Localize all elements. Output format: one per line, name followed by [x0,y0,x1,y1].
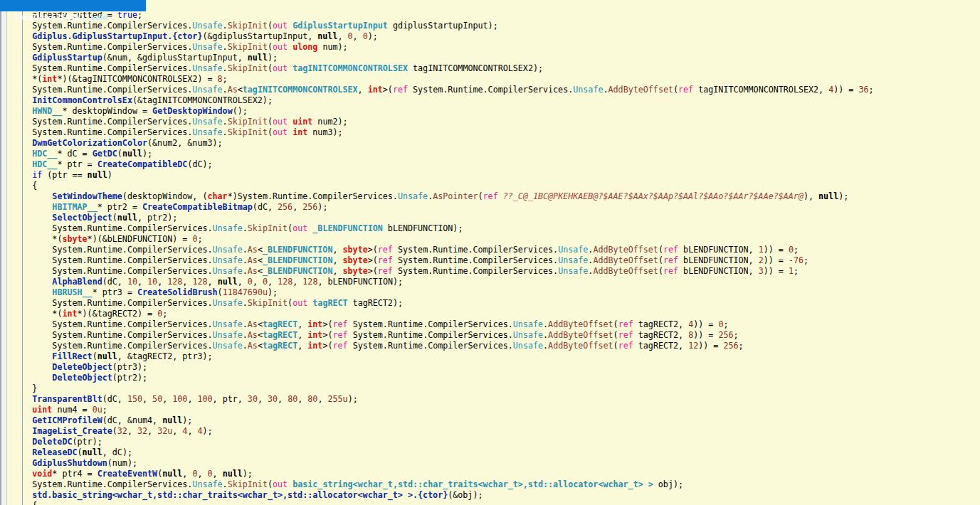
code-token-pl: * ptr2 = [98,202,142,212]
code-token-sm: TransparentBlt [32,394,102,404]
code-token-sm: DeleteObject [52,373,112,383]
code-token-pl: * ptr4 = [52,469,97,479]
code-token-pl: ( [268,479,273,489]
code-token-sm: GdiplusShutdown [32,458,107,468]
code-token-pl: bLENDFUNCTION, [678,255,759,265]
code-token-pl: ); [142,149,152,159]
code-token-nu: null [117,213,137,223]
code-token-pl: System.Runtime.CompilerServices. [32,479,192,489]
code-token-pl: ( [93,351,98,361]
code-token-pl: System.Runtime.CompilerServices. [348,330,513,340]
code-token-pl: ); [243,469,253,479]
code-token-pl: ; [794,245,799,255]
code-token-pl: , [337,31,347,41]
code-token-nm: 1 [789,266,794,276]
code-token-sm: ImageList_Create [32,426,112,436]
code-token-pl: *)System.Runtime.CompilerServices. [228,191,398,201]
code-token-pl: , [253,277,263,287]
code-token-sm: CreateSolidBrush [137,287,218,297]
code-token-pl: , [293,277,302,287]
code-token-pl: . [223,21,228,31]
code-token-mm: AddByteOffset [593,255,658,265]
code-line: System.Runtime.CompilerServices.Unsafe.A… [7,330,980,341]
code-token-ty: HBRUSH__ [52,287,92,297]
code-token-pl: , [147,426,157,436]
code-token-pl: System.Runtime.CompilerServices. [52,245,212,255]
method-return-type: void [91,13,108,21]
code-token-mo: out [273,63,288,73]
code-token-nm: 32 [117,426,127,436]
code-token-mm: As [228,85,238,95]
code-token-pl: , [353,31,363,41]
code-token-pl: obj); [653,479,683,489]
code-token-pl: >( [368,266,378,276]
code-token-pl: (dC, &num4, [102,415,162,425]
code-line: void* ptr4 = CreateEventW(null, 0, 0, nu… [7,469,980,479]
code-token-pl: , [182,277,192,287]
code-token-pl: . [223,479,228,489]
code-token-pl: ); [268,287,278,297]
method-tab[interactable]: FaceCloseJSON() : void [0,0,146,11]
decompiler-window: FaceCloseJSON() : void already_cutted = … [0,0,980,505]
code-token-vt: int [293,127,307,137]
code-token-pl: , [317,394,327,404]
code-token-ty: _BLENDFUNCTION [263,266,333,276]
code-token-pl: System.Runtime.CompilerServices. [52,266,212,276]
code-token-sm: GetDC [93,149,117,159]
code-token-pl: , [332,255,342,265]
code-token-pl: . [223,63,228,73]
code-token-sm: DeleteDC [32,437,72,447]
code-token-pl: ; [794,266,799,276]
code-token-pl: (ptr == [42,170,87,180]
code-token-pl: num); [317,42,347,52]
code-token-nm: 0 [248,277,253,287]
code-token-cl: Unsafe [192,117,222,127]
code-line: GetICMProfileW(dC, &num4, null); [7,415,980,426]
code-token-vt: ulong [293,42,317,52]
code-token-mo: ref [663,266,678,276]
code-token-pl: ( [78,447,83,457]
code-line: System.Runtime.CompilerServices.Unsafe.S… [7,117,980,127]
code-token-mm: AddByteOffset [548,319,613,329]
glyph-margin[interactable] [0,11,7,505]
code-token-sm: FillRect [52,351,92,361]
code-line: SelectObject(null, ptr2); [7,213,980,223]
code-token-mm: AddByteOffset [593,266,658,276]
code-token-pl: (dC); [187,159,212,169]
code-token-pl: ); [368,31,378,41]
code-token-sm: ReleaseDC [32,447,77,457]
code-token-cl: Unsafe [513,341,543,351]
code-line: } [7,383,980,394]
code-token-nu: null [83,447,102,457]
code-token-nm: 128 [167,277,182,287]
code-token-pl: System.Runtime.CompilerServices. [393,266,558,276]
code-token-nu: null [98,351,117,361]
code-token-pl: . [223,117,228,127]
code-token-ty: basic_string<wchar_t,std::char_traits<wc… [293,479,653,489]
code-line: std.basic_string<wchar_t,std::char_trait… [7,490,980,501]
code-token-vt: sbyte [343,255,368,265]
code-line: InitCommonControlsEx(&tagINITCOMMONCONTR… [7,95,980,106]
code-token-cl: Unsafe [192,63,222,73]
code-token-pl: , [238,277,248,287]
code-editor[interactable]: already_cutted = true; System.Runtime.Co… [7,12,980,505]
code-token-pl: System.Runtime.CompilerServices. [32,63,192,73]
code-token-nm: 0 [348,31,353,41]
code-token-cl: Unsafe [398,191,428,201]
code-token-ty: HDC__ [32,149,57,159]
code-token-mo: ref [663,255,678,265]
code-token-pl: { [32,181,37,191]
code-token-pl: ( [268,21,273,31]
code-line: HWND__* desktopWindow = GetDesktopWindow… [7,106,980,117]
code-token-mm: As [248,245,258,255]
code-token-mo: ref [393,85,408,95]
code-token-pl: tagRECT2, [633,330,688,340]
code-token-pl: < [258,255,263,265]
code-token-mm: As [248,255,258,265]
code-token-vt: char [207,191,227,201]
code-token-pl: *)(&bLENDFUNCTION) = [88,234,193,244]
code-token-pl: (dC, [102,277,127,287]
code-token-pl: ); [838,191,848,201]
method-tab-title: FaceCloseJSON() [15,13,84,21]
code-line: uint num4 = 0u; [7,405,980,415]
